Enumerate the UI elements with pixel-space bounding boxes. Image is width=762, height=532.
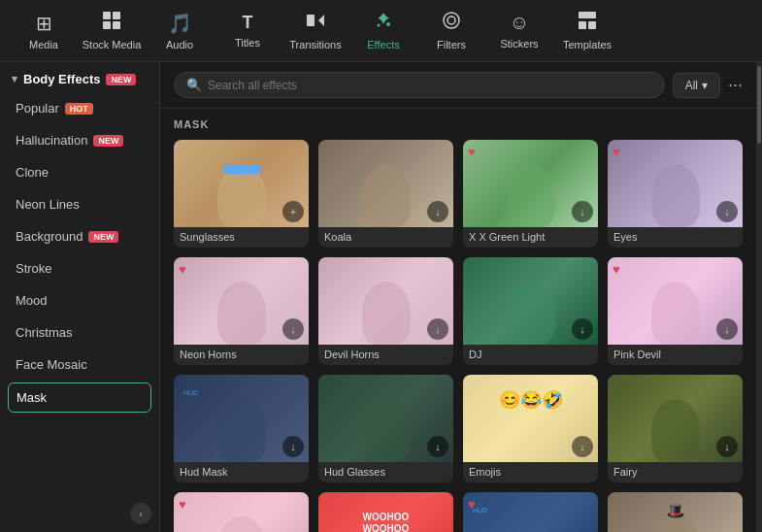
sidebar-item-clone[interactable]: Clone	[0, 156, 159, 188]
nav-media-label: Media	[29, 39, 58, 50]
effect-thumb-hud-glasses: ↓	[318, 375, 453, 462]
sidebar-item-mask[interactable]: Mask	[8, 382, 151, 413]
sidebar-item-christmas[interactable]: Christmas	[0, 316, 159, 349]
search-box[interactable]: 🔍	[174, 72, 665, 98]
svg-rect-4	[307, 15, 315, 26]
svg-rect-2	[103, 21, 111, 29]
sidebar-item-hallucination[interactable]: Hallucination NEW	[0, 124, 159, 156]
search-input[interactable]	[208, 79, 652, 92]
effect-card-devil-horns[interactable]: ↓ Devil Horns	[318, 257, 453, 365]
sidebar-mask-label: Mask	[17, 390, 47, 405]
nav-titles-label: Titles	[235, 37, 260, 49]
sidebar-item-stroke[interactable]: Stroke	[0, 252, 159, 284]
effect-card-eyes[interactable]: ♥ ↓ Eyes	[608, 140, 743, 248]
body-effects-chevron[interactable]: ▾	[12, 73, 17, 85]
effect-card-woohoo[interactable]: ♥ WOOHOOWOOHOOWOOHOO ↓ WooHoo	[318, 492, 453, 532]
transitions-icon	[306, 11, 325, 35]
xx-green-heart-icon: ♥	[468, 145, 476, 159]
effect-card-hud-glasses[interactable]: ↓ Hud Glasses	[318, 375, 453, 482]
section-label: MASK	[174, 118, 743, 130]
nav-titles[interactable]: T Titles	[214, 3, 282, 59]
eyes-download-icon[interactable]: ↓	[716, 201, 738, 222]
effect-name-dj: DJ	[463, 345, 598, 365]
svg-point-8	[447, 17, 455, 24]
nav-effects[interactable]: Effects	[349, 3, 417, 59]
effect-thumb-pink-devil: ♥ ↓	[608, 257, 743, 345]
sidebar-item-popular[interactable]: Popular HOT	[0, 92, 159, 124]
sidebar-popular-label: Popular	[16, 101, 59, 116]
effect-thumb-devil-horns: ↓	[318, 257, 453, 345]
devil-horns-download-icon[interactable]: ↓	[427, 318, 448, 340]
main-area: ▾ Body Effects NEW Popular HOT Hallucina…	[0, 62, 762, 532]
nav-transitions[interactable]: Transitions	[282, 3, 349, 59]
koala-download-icon[interactable]: ↓	[427, 201, 448, 222]
effect-thumb-koala: ↓	[318, 140, 453, 227]
scrollbar[interactable]	[756, 62, 762, 532]
effect-card-gentleman[interactable]: 🎩 ↓ Gentleman	[608, 492, 743, 532]
sidebar-title: Body Effects	[23, 72, 100, 86]
effect-card-hud-mask-blue[interactable]: ♥ HUD ↓ Hud Mask Blue	[463, 492, 598, 532]
nav-audio[interactable]: 🎵 Audio	[146, 3, 214, 59]
effect-name-koala: Koala	[318, 227, 453, 248]
effect-card-dj[interactable]: ↓ DJ	[463, 257, 598, 365]
hud-glasses-download-icon[interactable]: ↓	[427, 436, 448, 457]
nav-media[interactable]: ⊞ Media	[10, 3, 78, 59]
nav-audio-label: Audio	[166, 39, 193, 50]
fairy-download-icon[interactable]: ↓	[716, 436, 738, 457]
effect-thumb-neon-bunny: ♥ ↓	[174, 492, 309, 532]
nav-filters[interactable]: Filters	[417, 3, 485, 59]
filter-label: All	[685, 79, 698, 92]
effect-thumb-eyes: ♥ ↓	[608, 140, 743, 227]
effect-card-emojis[interactable]: 😊😂🤣 ↓ Emojis	[463, 375, 598, 482]
stickers-icon: ☺	[510, 12, 529, 34]
nav-templates[interactable]: Templates	[553, 3, 621, 59]
effect-card-sunglasses[interactable]: + Sunglasses	[174, 140, 309, 248]
effect-name-pink-devil: Pink Devil	[608, 345, 743, 365]
effect-card-fairy[interactable]: ↓ Fairy	[608, 375, 743, 482]
nav-stickers[interactable]: ☺ Stickers	[485, 3, 553, 59]
media-icon: ⊞	[36, 12, 52, 35]
effect-card-hud-mask[interactable]: HUD ↓ Hud Mask	[174, 375, 309, 482]
sidebar-stroke-label: Stroke	[16, 261, 52, 276]
nav-transitions-label: Transitions	[289, 39, 341, 50]
dj-download-icon[interactable]: ↓	[572, 318, 593, 340]
sidebar-item-background[interactable]: Background NEW	[0, 220, 159, 252]
content-area: 🔍 All ▾ ··· MASK + Sunglasses	[160, 62, 756, 532]
sidebar-item-neon-lines[interactable]: Neon Lines	[0, 188, 159, 220]
nav-stock-media[interactable]: Stock Media	[78, 3, 146, 59]
sidebar-christmas-label: Christmas	[16, 325, 73, 340]
effect-name-devil-horns: Devil Horns	[318, 345, 453, 365]
effect-thumb-sunglasses: +	[174, 140, 309, 227]
svg-rect-11	[588, 21, 596, 29]
sidebar-item-mood[interactable]: Mood	[0, 284, 159, 316]
effect-card-neon-horns[interactable]: ♥ ↓ Neon Horns	[174, 257, 309, 365]
content-header: 🔍 All ▾ ···	[160, 62, 756, 109]
svg-point-6	[378, 24, 381, 27]
nav-filters-label: Filters	[437, 39, 466, 50]
sidebar-mood-label: Mood	[16, 293, 48, 308]
popular-badge: HOT	[65, 103, 93, 115]
nav-templates-label: Templates	[563, 39, 612, 50]
sidebar-collapse-button[interactable]: ‹	[130, 503, 151, 524]
sidebar-hallucination-label: Hallucination	[16, 133, 87, 148]
effect-card-xx-green-light[interactable]: ♥ ↓ X X Green Light	[463, 140, 598, 248]
sidebar-item-face-mosaic[interactable]: Face Mosaic	[0, 349, 159, 381]
effect-card-pink-devil[interactable]: ♥ ↓ Pink Devil	[608, 257, 743, 365]
effect-thumb-gentleman: 🎩 ↓	[608, 492, 743, 532]
filter-button[interactable]: All ▾	[673, 73, 720, 98]
effect-thumb-hud-mask-blue: ♥ HUD ↓	[463, 492, 598, 532]
stock-media-icon	[102, 11, 121, 35]
svg-rect-10	[579, 21, 586, 29]
xx-green-download-icon[interactable]: ↓	[572, 201, 593, 222]
top-navigation: ⊞ Media Stock Media 🎵 Audio T Titles Tra…	[0, 0, 762, 62]
neon-horns-download-icon[interactable]: ↓	[282, 318, 304, 340]
effect-card-neon-bunny[interactable]: ♥ ↓ Neon Bunny	[174, 492, 309, 532]
pink-devil-download-icon[interactable]: ↓	[716, 318, 738, 340]
hud-mask-download-icon[interactable]: ↓	[282, 436, 304, 457]
emojis-download-icon[interactable]: ↓	[572, 436, 593, 457]
eyes-heart-icon: ♥	[613, 145, 620, 159]
effect-thumb-hud-mask: HUD ↓	[174, 375, 309, 462]
sunglasses-add-icon[interactable]: +	[282, 201, 304, 222]
more-options-button[interactable]: ···	[728, 75, 743, 95]
effect-card-koala[interactable]: ↓ Koala	[318, 140, 453, 248]
